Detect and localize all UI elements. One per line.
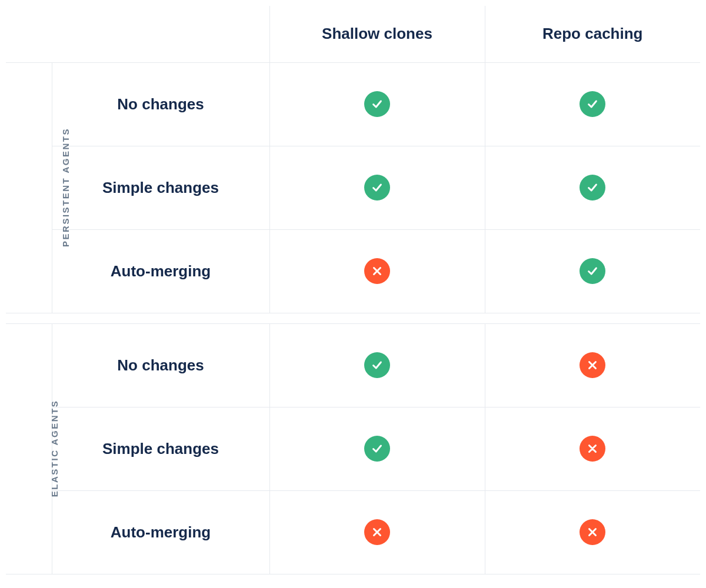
table-row: ELASTIC AGENTS No changes <box>6 323 700 407</box>
check-icon <box>580 175 605 201</box>
group-separator <box>6 313 700 323</box>
value-cell <box>485 323 700 407</box>
value-cell <box>269 62 485 146</box>
group-label: ELASTIC AGENTS <box>49 400 59 497</box>
value-cell <box>485 490 700 574</box>
cross-icon <box>580 436 605 462</box>
value-cell <box>269 146 485 229</box>
check-icon <box>580 91 605 117</box>
table-row: PERSISTENT AGENTS No changes <box>6 62 700 146</box>
cross-icon <box>580 519 605 545</box>
table-row: Auto-merging <box>6 229 700 313</box>
row-label: Auto-merging <box>52 490 269 574</box>
table-row: Simple changes <box>6 407 700 490</box>
value-cell <box>485 407 700 490</box>
value-cell <box>485 146 700 229</box>
cross-icon <box>580 352 605 378</box>
row-label: Auto-merging <box>52 229 269 313</box>
group-label-cell: PERSISTENT AGENTS <box>6 62 52 313</box>
group-label: PERSISTENT AGENTS <box>61 128 71 247</box>
comparison-matrix: Shallow clones Repo caching PERSISTENT A… <box>6 6 700 574</box>
row-label: Simple changes <box>52 146 269 229</box>
row-label: No changes <box>52 323 269 407</box>
cross-icon <box>364 258 390 284</box>
value-cell <box>269 323 485 407</box>
group-label-cell: ELASTIC AGENTS <box>6 323 52 574</box>
table-row: Auto-merging <box>6 490 700 574</box>
matrix-table: Shallow clones Repo caching PERSISTENT A… <box>6 6 700 574</box>
value-cell <box>269 490 485 574</box>
column-header: Shallow clones <box>269 6 485 62</box>
row-label: No changes <box>52 62 269 146</box>
cross-icon <box>364 519 390 545</box>
row-label: Simple changes <box>52 407 269 490</box>
value-cell <box>269 407 485 490</box>
header-row: Shallow clones Repo caching <box>6 6 700 62</box>
check-icon <box>364 436 390 462</box>
column-header: Repo caching <box>485 6 700 62</box>
check-icon <box>580 258 605 284</box>
value-cell <box>485 229 700 313</box>
table-row: Simple changes <box>6 146 700 229</box>
value-cell <box>269 229 485 313</box>
table-bottom-border <box>6 574 700 574</box>
check-icon <box>364 352 390 378</box>
check-icon <box>364 175 390 201</box>
value-cell <box>485 62 700 146</box>
check-icon <box>364 91 390 117</box>
